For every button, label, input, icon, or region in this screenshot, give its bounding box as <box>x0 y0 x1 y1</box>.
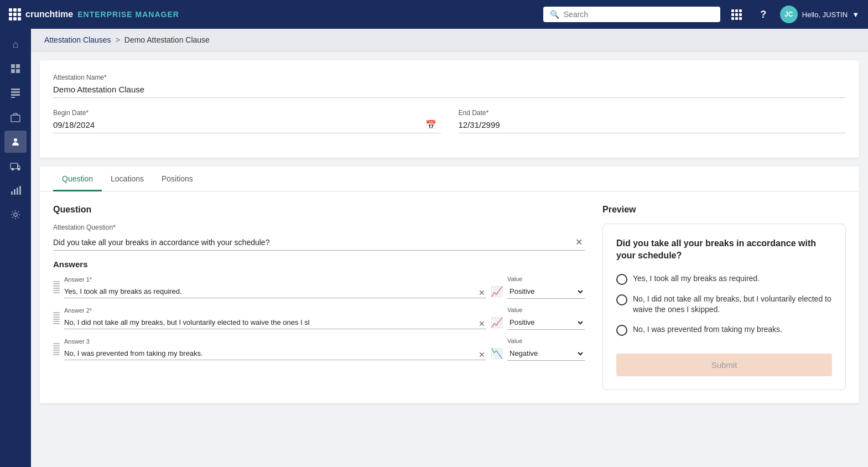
answer-2-clear[interactable]: ✕ <box>479 319 485 328</box>
svg-point-11 <box>12 169 14 170</box>
radio-3[interactable] <box>616 325 627 336</box>
attestation-question-label: Attestation Question* <box>53 224 585 231</box>
attestation-name-field: Attestation Name* Demo Attestation Claus… <box>53 74 846 98</box>
value-select-wrap-2: Value Positive Negative Neutral <box>507 307 585 330</box>
svg-rect-10 <box>11 163 18 169</box>
svg-rect-15 <box>17 188 18 195</box>
form-card: Attestation Name* Demo Attestation Claus… <box>40 60 859 158</box>
nav-logo: crunchtime ENTERPRISE MANAGER <box>9 8 179 20</box>
app-grid-icon <box>9 8 21 20</box>
top-nav: crunchtime ENTERPRISE MANAGER 🔍 ? JC Hel… <box>0 0 868 29</box>
svg-rect-1 <box>16 64 20 68</box>
drag-handle-1[interactable] <box>53 281 60 293</box>
value-label-1: Value <box>507 276 585 282</box>
calendar-icon[interactable]: 📅 <box>425 120 436 130</box>
answer-3-clear[interactable]: ✕ <box>479 350 485 359</box>
tabs-header: Question Locations Positions <box>40 167 859 191</box>
apps-button[interactable] <box>727 4 747 24</box>
answer-1-label: Answer 1* <box>64 276 486 283</box>
question-section-title: Question <box>53 205 585 215</box>
preview-option-2-text: No, I did not take all my breaks, but I … <box>633 294 832 315</box>
answer-row-3: Answer 3 ✕ 📉 Value Positive Negative <box>53 338 585 361</box>
sidebar-item-dashboard[interactable] <box>4 58 27 80</box>
sidebar-item-settings[interactable] <box>4 204 27 226</box>
help-button[interactable]: ? <box>753 4 773 24</box>
breadcrumb: Attestation Clauses > Demo Attestation C… <box>31 29 868 51</box>
search-input[interactable] <box>564 10 714 19</box>
answer-1-input[interactable] <box>64 285 486 298</box>
breadcrumb-parent[interactable]: Attestation Clauses <box>44 35 111 44</box>
preview-option-1-text: Yes, I took all my breaks as required. <box>633 273 760 284</box>
value-select-3[interactable]: Positive Negative Neutral <box>507 346 585 361</box>
value-select-2[interactable]: Positive Negative Neutral <box>507 315 585 330</box>
end-date-label: End Date* <box>459 109 846 117</box>
trend-icon-1: 📈 <box>491 286 503 298</box>
nav-user[interactable]: JC Hello, JUSTIN ▼ <box>780 6 859 23</box>
end-date-field: End Date* 12/31/2999 <box>459 109 846 133</box>
radio-2[interactable] <box>616 294 627 305</box>
chevron-down-icon: ▼ <box>852 11 859 19</box>
preview-question: Did you take all your breaks in accordan… <box>616 237 832 262</box>
svg-rect-5 <box>11 91 20 93</box>
attestation-name-value[interactable]: Demo Attestation Clause <box>53 85 846 98</box>
svg-rect-13 <box>11 191 13 195</box>
answers-title: Answers <box>53 260 585 269</box>
tab-locations[interactable]: Locations <box>102 167 153 191</box>
svg-rect-2 <box>11 69 15 73</box>
answer-1-clear[interactable]: ✕ <box>479 288 485 297</box>
answer-1-input-wrap: Answer 1* ✕ <box>64 276 486 298</box>
submit-button[interactable]: Submit <box>616 354 832 376</box>
svg-rect-4 <box>11 89 20 90</box>
begin-date-field: Begin Date* 09/18/2024 📅 <box>53 109 441 133</box>
sidebar-item-briefcase[interactable] <box>4 106 27 128</box>
tab-positions[interactable]: Positions <box>153 167 202 191</box>
product-name: ENTERPRISE MANAGER <box>77 10 179 19</box>
answer-3-input[interactable] <box>64 347 486 360</box>
answer-2-input[interactable] <box>64 316 486 329</box>
tab-content: Question Attestation Question* ✕ Answers <box>40 191 859 403</box>
trend-icon-3: 📉 <box>491 347 503 360</box>
preview-option-3-text: No, I was prevented from taking my break… <box>633 324 782 335</box>
begin-date-value[interactable]: 09/18/2024 <box>53 120 441 133</box>
attestation-name-label: Attestation Name* <box>53 74 846 81</box>
sidebar-item-analytics[interactable] <box>4 179 27 201</box>
sidebar-item-delivery[interactable] <box>4 155 27 177</box>
radio-1[interactable] <box>616 274 627 285</box>
svg-rect-16 <box>19 186 21 195</box>
sidebar-item-table[interactable] <box>4 82 27 104</box>
drag-handle-2[interactable] <box>53 312 60 324</box>
svg-rect-3 <box>16 69 20 73</box>
preview-title: Preview <box>602 205 846 215</box>
brand-name: crunchtime <box>25 9 73 19</box>
value-select-wrap-3: Value Positive Negative Neutral <box>507 338 585 361</box>
trend-icon-2: 📈 <box>491 316 503 329</box>
value-select-1[interactable]: Positive Negative Neutral <box>507 284 585 299</box>
user-greeting: Hello, JUSTIN <box>802 11 848 19</box>
value-label-2: Value <box>507 307 585 313</box>
value-select-wrap-1: Value Positive Negative Neutral <box>507 276 585 299</box>
preview-card: Did you take all your breaks in accordan… <box>602 224 846 390</box>
preview-section: Preview Did you take all your breaks in … <box>602 205 846 390</box>
question-section: Question Attestation Question* ✕ Answers <box>53 205 585 390</box>
tab-question[interactable]: Question <box>53 167 102 191</box>
attestation-question-input[interactable] <box>53 235 585 251</box>
svg-rect-14 <box>14 189 15 195</box>
preview-option-2: No, I did not take all my breaks, but I … <box>616 294 832 315</box>
answer-row-1: Answer 1* ✕ 📈 Value Positive Negative <box>53 276 585 299</box>
breadcrumb-separator: > <box>116 35 120 44</box>
answers-section: Answers Answer 1* ✕ <box>53 260 585 361</box>
svg-rect-6 <box>11 94 20 96</box>
end-date-value[interactable]: 12/31/2999 <box>459 120 846 133</box>
value-label-3: Value <box>507 338 585 344</box>
question-clear-button[interactable]: ✕ <box>575 237 583 247</box>
svg-point-9 <box>14 138 17 142</box>
drag-handle-3[interactable] <box>53 343 60 355</box>
answer-2-label: Answer 2* <box>64 307 486 314</box>
preview-option-1: Yes, I took all my breaks as required. <box>616 273 832 285</box>
sidebar-item-people[interactable] <box>4 131 27 153</box>
svg-point-17 <box>14 213 17 216</box>
sidebar: ⌂ <box>0 29 31 467</box>
search-bar[interactable]: 🔍 <box>543 7 720 22</box>
sidebar-item-home[interactable]: ⌂ <box>4 33 27 55</box>
breadcrumb-current: Demo Attestation Clause <box>124 35 210 44</box>
